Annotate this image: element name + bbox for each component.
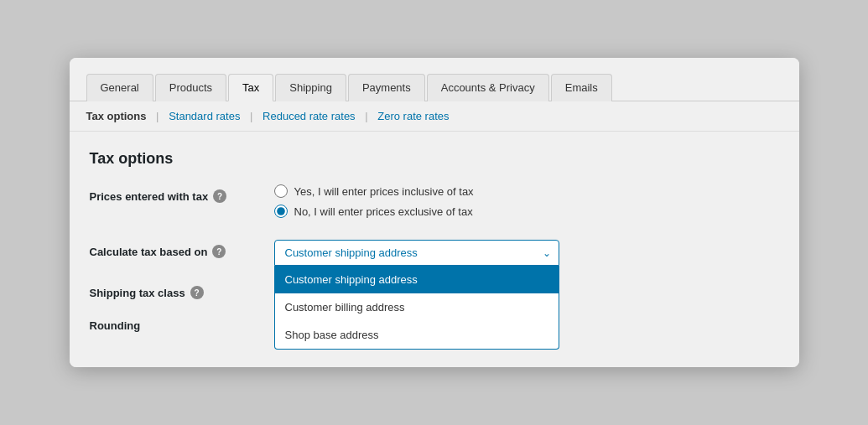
radio-exclusive-input[interactable] (274, 205, 288, 218)
dropdown-item-customer-shipping[interactable]: Customer shipping address (275, 266, 559, 293)
sub-nav: Tax options | Standard rates | Reduced r… (70, 101, 799, 132)
calculate-tax-dropdown-menu: Customer shipping address Customer billi… (274, 266, 559, 350)
radio-inclusive: Yes, I will enter prices inclusive of ta… (274, 184, 779, 198)
separator-1: | (156, 110, 159, 122)
prices-with-tax-field: Yes, I will enter prices inclusive of ta… (274, 184, 779, 225)
tab-bar: General Products Tax Shipping Payments A… (70, 58, 799, 101)
calculate-tax-dropdown-wrapper: Customer shipping address ⌄ Customer shi… (274, 240, 559, 266)
radio-inclusive-label: Yes, I will enter prices inclusive of ta… (294, 185, 474, 198)
calculate-tax-row: Calculate tax based on ? Customer shippi… (90, 240, 779, 266)
tab-shipping[interactable]: Shipping (275, 74, 346, 101)
tab-accounts-privacy[interactable]: Accounts & Privacy (427, 74, 549, 101)
calculate-tax-field: Customer shipping address ⌄ Customer shi… (274, 240, 779, 266)
radio-exclusive: No, I will enter prices exclusive of tax (274, 205, 779, 218)
shipping-tax-class-label: Shipping tax class ? (90, 281, 274, 299)
radio-exclusive-label: No, I will enter prices exclusive of tax (294, 205, 473, 218)
tab-products[interactable]: Products (155, 74, 226, 101)
settings-window: General Products Tax Shipping Payments A… (70, 58, 799, 367)
prices-with-tax-row: Prices entered with tax ? Yes, I will en… (90, 184, 779, 225)
tab-general[interactable]: General (86, 74, 153, 101)
prices-with-tax-help-icon[interactable]: ? (213, 189, 226, 203)
subnav-zero-rate-rates[interactable]: Zero rate rates (377, 110, 449, 122)
calculate-tax-dropdown-trigger[interactable]: Customer shipping address ⌄ (274, 240, 559, 266)
dropdown-selected-label: Customer shipping address (285, 246, 418, 259)
subnav-current: Tax options (86, 110, 147, 122)
tab-tax[interactable]: Tax (228, 74, 273, 101)
separator-3: | (365, 110, 367, 122)
tab-payments[interactable]: Payments (348, 74, 425, 101)
dropdown-item-shop-base[interactable]: Shop base address (275, 321, 559, 349)
separator-2: | (250, 110, 252, 122)
dropdown-item-customer-billing[interactable]: Customer billing address (275, 293, 559, 321)
shipping-tax-class-help-icon[interactable]: ? (190, 286, 204, 299)
calculate-tax-label: Calculate tax based on ? (90, 240, 274, 258)
subnav-reduced-rate-rates[interactable]: Reduced rate rates (262, 110, 356, 122)
prices-with-tax-label: Prices entered with tax ? (90, 184, 274, 203)
dropdown-arrow-icon: ⌄ (543, 247, 551, 259)
calculate-tax-help-icon[interactable]: ? (212, 245, 226, 258)
content-area: Tax options Prices entered with tax ? Ye… (70, 132, 799, 367)
tab-emails[interactable]: Emails (551, 74, 612, 101)
subnav-standard-rates[interactable]: Standard rates (169, 110, 240, 122)
section-title: Tax options (90, 150, 779, 168)
radio-inclusive-input[interactable] (274, 184, 288, 198)
rounding-label: Rounding (90, 314, 274, 332)
